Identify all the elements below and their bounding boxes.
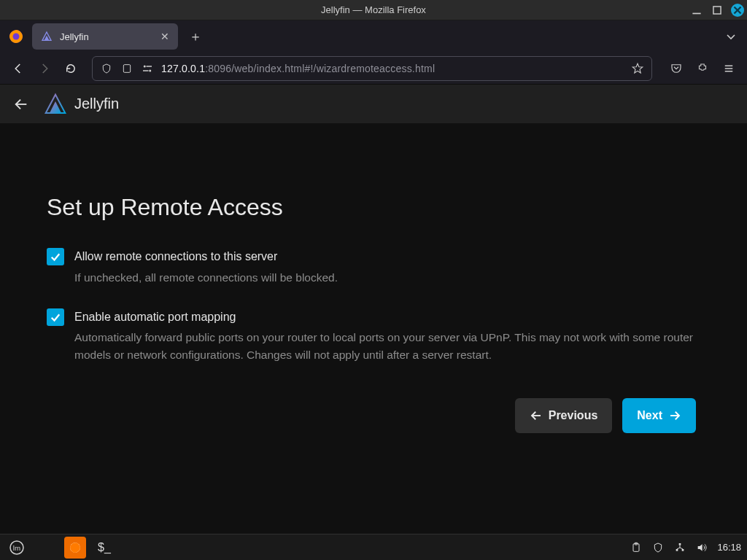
window-close-icon[interactable]: [731, 4, 744, 17]
option-upnp-label: Enable automatic port mapping: [74, 308, 696, 327]
taskbar-files-icon[interactable]: [35, 537, 57, 559]
checkbox-allow-remote[interactable]: [47, 248, 64, 265]
option-allow-remote-label: Allow remote connections to this server: [74, 247, 338, 266]
system-tray: 16:18: [630, 541, 741, 554]
nav-back-icon[interactable]: [6, 56, 31, 81]
jellyfin-favicon-icon: [41, 31, 53, 42]
browser-tabstrip: Jellyfin ✕ ＋: [0, 20, 747, 52]
tray-volume-icon[interactable]: [695, 541, 708, 554]
arrow-right-icon: [668, 409, 681, 422]
taskbar-folder-icon[interactable]: [123, 537, 144, 559]
jellyfin-header: Jellyfin: [0, 85, 747, 124]
svg-line-31: [677, 548, 680, 549]
browser-tab[interactable]: Jellyfin ✕: [32, 23, 178, 50]
svg-rect-27: [679, 543, 681, 545]
svg-rect-8: [123, 64, 130, 72]
nav-forward-icon[interactable]: [32, 56, 57, 81]
tray-clipboard-icon[interactable]: [630, 541, 643, 554]
new-tab-button[interactable]: ＋: [184, 25, 207, 48]
app-menu-icon[interactable]: [716, 56, 741, 81]
tab-title: Jellyfin: [60, 31, 89, 42]
svg-point-11: [149, 69, 151, 71]
site-info-icon[interactable]: [120, 62, 133, 75]
tray-clock[interactable]: 16:18: [717, 542, 741, 553]
previous-button[interactable]: Previous: [515, 398, 613, 433]
extensions-icon[interactable]: [690, 56, 715, 81]
previous-button-label: Previous: [549, 409, 598, 422]
jellyfin-app-name: Jellyfin: [74, 96, 119, 112]
taskbar-firefox-icon[interactable]: [64, 537, 86, 559]
option-upnp-help: Automatically forward public ports on yo…: [74, 329, 696, 363]
jellyfin-back-icon[interactable]: [10, 93, 32, 115]
jellyfin-logo: Jellyfin: [44, 93, 119, 116]
svg-rect-28: [676, 549, 678, 551]
arrow-left-icon: [530, 409, 543, 422]
svg-point-5: [13, 34, 20, 40]
permissions-icon[interactable]: [141, 62, 154, 75]
window-titlebar: Jellyfin — Mozilla Firefox: [0, 0, 747, 20]
url-bar[interactable]: 127.0.0.1:8096/web/index.html#!/wizardre…: [92, 56, 652, 81]
list-all-tabs-icon[interactable]: [721, 26, 741, 47]
tray-network-icon[interactable]: [673, 541, 686, 554]
checkbox-upnp[interactable]: [47, 308, 64, 326]
svg-rect-1: [713, 7, 721, 14]
pocket-icon[interactable]: [664, 56, 689, 81]
taskbar-terminal-icon[interactable]: $_: [93, 537, 115, 559]
next-button[interactable]: Next: [622, 398, 696, 433]
svg-rect-29: [682, 549, 684, 551]
option-allow-remote: Allow remote connections to this server …: [47, 247, 696, 286]
tab-close-icon[interactable]: ✕: [160, 31, 169, 42]
firefox-app-icon: [6, 26, 26, 47]
option-upnp: Enable automatic port mapping Automatica…: [47, 308, 696, 363]
url-text: 127.0.0.1:8096/web/index.html#!/wizardre…: [161, 63, 435, 74]
window-minimize-icon[interactable]: [690, 4, 703, 17]
jellyfin-logo-icon: [44, 93, 67, 116]
svg-text:lm: lm: [13, 543, 20, 551]
page-content: Set up Remote Access Allow remote connec…: [0, 124, 747, 534]
svg-marker-13: [632, 63, 643, 73]
start-menu-icon[interactable]: lm: [6, 537, 28, 559]
next-button-label: Next: [637, 409, 662, 422]
svg-line-32: [680, 548, 683, 549]
os-taskbar: lm $_ 16:18: [0, 534, 747, 560]
window-maximize-icon[interactable]: [711, 4, 724, 17]
option-allow-remote-help: If unchecked, all remote connections wil…: [74, 269, 338, 286]
window-title: Jellyfin — Mozilla Firefox: [321, 4, 426, 15]
browser-toolbar: 127.0.0.1:8096/web/index.html#!/wizardre…: [0, 52, 747, 85]
bookmark-star-icon[interactable]: [631, 62, 644, 75]
tray-shield-icon[interactable]: [651, 541, 665, 554]
shield-icon[interactable]: [100, 62, 113, 75]
nav-reload-icon[interactable]: [58, 56, 83, 81]
page-heading: Set up Remote Access: [47, 194, 700, 221]
svg-marker-33: [698, 544, 703, 551]
svg-point-9: [144, 65, 146, 67]
